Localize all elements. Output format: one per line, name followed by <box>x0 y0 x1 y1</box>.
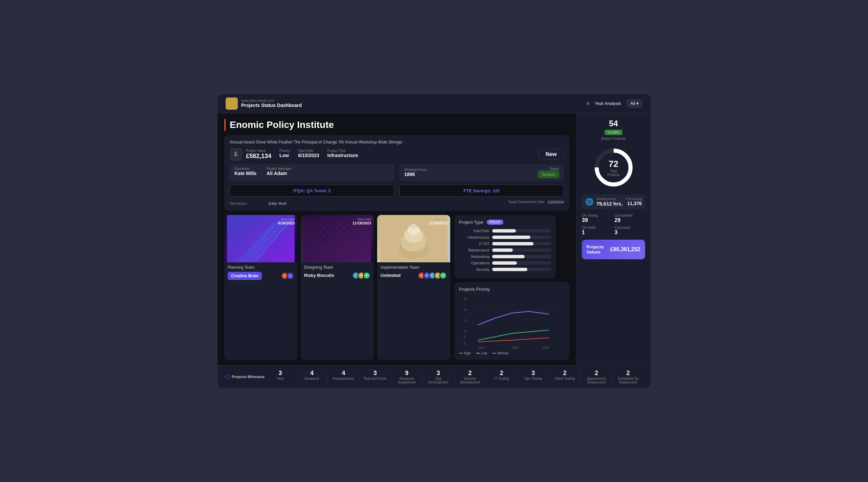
sd-label: Start Date <box>298 149 319 153</box>
year-analysis-label: Year Analysis <box>595 101 621 106</box>
svg-text:15: 15 <box>464 319 467 322</box>
field-proj-type: Project Type Infrastructure <box>327 149 358 160</box>
svg-text:2025: 2025 <box>542 346 549 349</box>
svg-text:2023: 2023 <box>478 346 485 349</box>
status-grid: On Going 39 Completed 29 On Hold 1 Cance… <box>582 213 645 236</box>
na-label: Next Action <box>230 202 247 205</box>
total-projects-number: 72 <box>603 158 624 169</box>
pound-icon: £ <box>230 148 243 161</box>
chart-area: 25 20 15 10 5 0 <box>459 294 565 349</box>
donut-inner: 72 Total Projects <box>603 158 624 176</box>
legend-high: High <box>459 351 471 355</box>
team-image-implementation: Start Date 11/18/2023 <box>377 215 450 262</box>
bar-label: Fast Path <box>459 229 489 233</box>
projt-badge: PROJT <box>487 220 503 225</box>
bar-row: Maintenance <box>459 248 551 252</box>
milestone-item: 4 Research <box>296 370 328 384</box>
pv-label: Project Value <box>246 149 271 153</box>
milestone-items: 3 New 4 Research 4 Requirements 3 Task a… <box>265 370 644 384</box>
milestone-name: Ops Testing <box>524 377 542 380</box>
milestone-count: 3 <box>437 370 440 377</box>
all-dropdown[interactable]: All ▾ <box>626 99 642 108</box>
filter-icon[interactable]: ≡ <box>586 101 589 107</box>
bar-row: Operations <box>459 261 551 265</box>
status-onhold: On Hold 1 <box>582 225 613 236</box>
bar-label: Networking <box>459 255 489 259</box>
fte-sv-value: 11,376 <box>626 201 642 206</box>
logo-area: www.other-levels.com Projects Status Das… <box>226 97 302 110</box>
implementation-team-name: Implementation Team <box>381 265 447 270</box>
milestone-count: 3 <box>373 370 377 377</box>
svg-text:2024: 2024 <box>512 346 519 349</box>
designing-team-name: Designing Team <box>304 265 370 270</box>
designing-project-name: Risky Biscuits <box>304 273 334 278</box>
bar-label: IT IOT <box>459 242 489 246</box>
bar-fill <box>492 255 525 258</box>
working-hours-section: 🌐 Working Hours 79,612 hrs. FTE Saving 1… <box>582 195 645 209</box>
orange-bar <box>224 119 226 131</box>
priority-card: Projects Priority 25 20 15 10 5 0 <box>454 282 569 360</box>
next-action-row: Next Action Eddy Vertil Target Deploymen… <box>230 200 564 206</box>
bar-track <box>492 242 551 245</box>
active-pct: 75.00% <box>604 130 622 135</box>
milestone-name: Resource Assignment <box>394 377 419 384</box>
legend-dot-low <box>476 353 480 354</box>
status-ongoing: On Going 39 <box>582 213 613 223</box>
donut-container: 72 Total Projects <box>593 147 634 188</box>
bar-row: Security <box>459 267 551 271</box>
bar-fill <box>492 248 513 252</box>
milestone-item: 9 Resource Assignment <box>391 370 422 384</box>
planning-team-name: Planning Team <box>228 265 294 270</box>
pv-label2: Projects Values <box>587 244 610 255</box>
milestone-name: Scheduled for Deployment <box>615 377 641 384</box>
fte-saving-section: FTE Saving 11,376 <box>626 197 642 206</box>
milestone-name: Requirements <box>333 377 354 380</box>
pv-value2: £80,361,252 <box>610 246 640 253</box>
bar-label: Infrastructure <box>459 235 489 239</box>
milestone-count: 9 <box>405 370 408 377</box>
milestone-item: 2 Approved for Deployment <box>581 370 612 384</box>
dev-label: Developer <box>234 167 256 171</box>
right-panel: 54 75.00% Active Projects 72 Total Proje… <box>576 113 650 365</box>
deploy-label: Target Deployment Date <box>508 200 545 206</box>
header-right: ≡ Year Analysis All ▾ <box>586 99 642 108</box>
working-card: Working Hours 1899 Status Active <box>399 164 564 181</box>
milestone-name: Approved for Deployment <box>584 377 609 384</box>
milestone-label: Projects Milestone <box>232 375 265 379</box>
svg-text:5: 5 <box>464 336 465 339</box>
bar-track <box>492 229 551 233</box>
bar-fill <box>492 261 517 265</box>
projects-values-btn[interactable]: Projects Values £80,361,252 <box>582 240 645 259</box>
logo-icon <box>226 97 238 110</box>
implementation-start-date: Start Date 11/18/2023 <box>429 218 448 225</box>
avatar: J <box>287 272 294 280</box>
middle-section: Start Date 6/16/2023 Planning Team Creat… <box>224 215 569 360</box>
wh-value: 1899 <box>404 172 427 177</box>
svg-rect-0 <box>228 102 231 106</box>
left-panel: Enomic Policy Institute Annual Award Sho… <box>218 113 576 365</box>
itqa-text: ITQA: QA Tester 3 <box>293 188 331 193</box>
bar-fill <box>492 229 516 233</box>
bar-row: IT IOT <box>459 242 551 246</box>
status-canceled: Canceled 3 <box>615 225 645 236</box>
wh-label: Working Hours <box>404 168 427 172</box>
pm-value: Ali Adam <box>267 171 291 176</box>
priority-title: Projects Priority <box>459 287 565 292</box>
field-project-value: Project Value £582,134 <box>246 149 271 160</box>
wh-label2: Working Hours <box>596 197 623 201</box>
priority-svg: 25 20 15 10 5 0 <box>459 294 565 349</box>
pv-value: £582,134 <box>246 153 271 160</box>
bar-track <box>492 268 551 271</box>
field-start-date: Start Date 6/15/2023 <box>298 149 319 160</box>
bar-fill <box>492 268 527 271</box>
status2-value: Active <box>538 171 559 178</box>
milestone-name: Research <box>305 377 319 380</box>
bar-track <box>492 261 551 265</box>
milestone-icon-area: ◁ Projects Milestone <box>224 373 265 380</box>
bar-label: Security <box>459 267 489 271</box>
svg-point-9 <box>410 224 417 230</box>
legend-dot-high <box>459 353 462 354</box>
planning-card-body: Planning Team Creative Brain K J <box>224 262 297 283</box>
itqa-card: ITQA: QA Tester 3 <box>230 184 394 197</box>
milestone-item: 3 Ops Testing <box>518 370 549 384</box>
